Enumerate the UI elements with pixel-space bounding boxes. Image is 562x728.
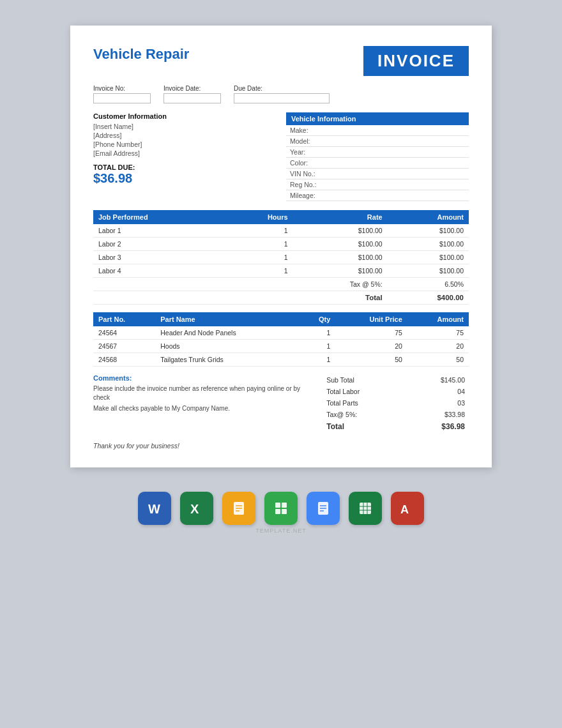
summary-total-value: $36.98 xyxy=(405,420,469,433)
thank-you-message: Thank you for your business! xyxy=(93,442,469,450)
docs-icon[interactable] xyxy=(307,492,340,525)
job-amount-4: $100.00 xyxy=(388,264,469,278)
job-col-header: Job Performed xyxy=(93,210,225,224)
svg-rect-7 xyxy=(282,503,287,508)
job-table-header-row: Job Performed Hours Rate Amount xyxy=(93,210,469,224)
invoice-no-label: Invoice No: xyxy=(93,85,151,92)
total-due-label: TOTAL DUE: xyxy=(93,163,276,171)
svg-rect-14 xyxy=(360,503,371,514)
total-labor-label: Total Labor xyxy=(323,386,404,397)
amount-col-header: Amount xyxy=(388,210,469,224)
summary-parts-row: Total Parts 03 xyxy=(323,397,469,409)
job-rate-2: $100.00 xyxy=(293,238,388,251)
vehicle-vin-row: VIN No.: xyxy=(286,169,469,179)
part-qty-1: 1 xyxy=(299,326,335,340)
invoice-badge: INVOICE xyxy=(363,46,469,76)
vehicle-make-label: Make: xyxy=(286,125,321,136)
sheets-icon[interactable] xyxy=(349,492,382,525)
vehicle-reg-row: Reg No.: xyxy=(286,179,469,190)
svg-rect-6 xyxy=(275,503,280,508)
vehicle-color-value xyxy=(321,158,469,169)
vehicle-info-title: Vehicle Information xyxy=(286,112,469,125)
job-row-2: Labor 2 1 $100.00 $100.00 xyxy=(93,238,469,251)
job-rate-4: $100.00 xyxy=(293,264,388,278)
part-qty-3: 1 xyxy=(299,353,335,367)
parts-table: Part No. Part Name Qty Unit Price Amount… xyxy=(93,312,469,367)
total-due-amount: $36.98 xyxy=(93,171,276,186)
parts-row-2: 24567 Hoods 1 20 20 xyxy=(93,340,469,353)
due-date-input[interactable] xyxy=(234,93,330,103)
svg-rect-8 xyxy=(275,509,280,514)
customer-info: Customer Information [Insert Name] [Addr… xyxy=(93,112,276,201)
vehicle-color-label: Color: xyxy=(286,158,321,169)
job-row-4: Labor 4 1 $100.00 $100.00 xyxy=(93,264,469,278)
vehicle-model-label: Model: xyxy=(286,136,321,147)
job-row-3: Labor 3 1 $100.00 $100.00 xyxy=(93,251,469,264)
page-wrapper: Vehicle Repair INVOICE Invoice No: Invoi… xyxy=(0,26,562,534)
summary-labor-row: Total Labor 04 xyxy=(323,386,469,397)
vehicle-info-table: Make: Model: Year: Color: xyxy=(286,125,469,201)
part-no-header: Part No. xyxy=(93,312,155,326)
summary-subtotal-row: Sub Total $145.00 xyxy=(323,374,469,386)
parts-row-3: 24568 Tailgates Trunk Grids 1 50 50 xyxy=(93,353,469,367)
invoice-date-input[interactable] xyxy=(163,93,221,103)
job-hours-1: 1 xyxy=(225,224,293,238)
invoice-no-field: Invoice No: xyxy=(93,85,151,103)
comment-line-2: Make all checks payable to My Company Na… xyxy=(93,404,312,413)
numbers-icon[interactable] xyxy=(264,492,298,525)
app-icons-row: W X xyxy=(138,492,424,525)
job-hours-2: 1 xyxy=(225,238,293,251)
job-name-3: Labor 3 xyxy=(93,251,225,264)
job-amount-1: $100.00 xyxy=(388,224,469,238)
job-total-value: $400.00 xyxy=(388,291,469,305)
parts-amount-header: Amount xyxy=(407,312,469,326)
part-unit-3: 50 xyxy=(335,353,407,367)
job-amount-3: $100.00 xyxy=(388,251,469,264)
vehicle-model-row: Model: xyxy=(286,136,469,147)
invoice-no-input[interactable] xyxy=(93,93,151,103)
comments-title: Comments: xyxy=(93,374,312,382)
summary-total-label: Total xyxy=(323,420,404,433)
vehicle-mileage-row: Mileage: xyxy=(286,190,469,201)
invoice-date-field: Invoice Date: xyxy=(163,85,221,103)
pdf-icon[interactable]: A xyxy=(391,492,424,525)
vehicle-year-value xyxy=(321,147,469,158)
job-name-1: Labor 1 xyxy=(93,224,225,238)
word-icon[interactable]: W xyxy=(138,492,171,525)
part-amount-2: 20 xyxy=(407,340,469,353)
unit-price-header: Unit Price xyxy=(335,312,407,326)
parts-header-row: Part No. Part Name Qty Unit Price Amount xyxy=(93,312,469,326)
job-tax-value: 6.50% xyxy=(388,278,469,291)
qty-header: Qty xyxy=(299,312,335,326)
parts-row-1: 24564 Header And Node Panels 1 75 75 xyxy=(93,326,469,340)
job-table: Job Performed Hours Rate Amount Labor 1 … xyxy=(93,210,469,305)
summary-tax-label: Tax@ 5%: xyxy=(323,409,404,420)
job-tax-row: Tax @ 5%: 6.50% xyxy=(93,278,469,291)
info-section: Customer Information [Insert Name] [Addr… xyxy=(93,112,469,201)
vehicle-mileage-label: Mileage: xyxy=(286,190,321,201)
watermark: TEMPLATE.NET xyxy=(255,527,306,534)
vehicle-make-row: Make: xyxy=(286,125,469,136)
comment-line-1: Please include the invoice number as ref… xyxy=(93,384,312,402)
subtotal-label: Sub Total xyxy=(323,374,404,386)
job-row-1: Labor 1 1 $100.00 $100.00 xyxy=(93,224,469,238)
vehicle-model-value xyxy=(321,136,469,147)
vehicle-make-value xyxy=(321,125,469,136)
due-date-label: Due Date: xyxy=(234,85,330,92)
customer-phone: [Phone Number] xyxy=(93,140,276,148)
part-name-header: Part Name xyxy=(155,312,299,326)
summary-table: Sub Total $145.00 Total Labor 04 Total P… xyxy=(323,374,469,433)
total-parts-value: 03 xyxy=(405,397,469,409)
part-no-3: 24568 xyxy=(93,353,155,367)
excel-icon[interactable]: X xyxy=(180,492,213,525)
job-name-2: Labor 2 xyxy=(93,238,225,251)
vehicle-year-label: Year: xyxy=(286,147,321,158)
part-unit-1: 75 xyxy=(335,326,407,340)
svg-text:W: W xyxy=(148,502,160,516)
due-date-field: Due Date: xyxy=(234,85,330,103)
customer-address: [Address] xyxy=(93,132,276,139)
customer-info-title: Customer Information xyxy=(93,112,276,120)
svg-text:A: A xyxy=(400,503,409,516)
vehicle-info: Vehicle Information Make: Model: Year: xyxy=(286,112,469,201)
pages-icon[interactable] xyxy=(222,492,255,525)
